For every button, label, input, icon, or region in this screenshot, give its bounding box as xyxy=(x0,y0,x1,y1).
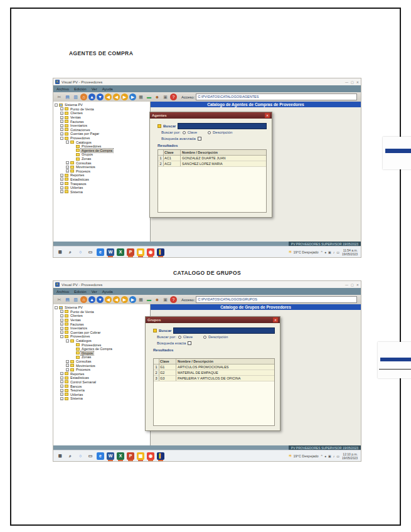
tree-item[interactable]: - Sistema PV xyxy=(53,306,150,310)
tree-item[interactable]: + Procesos xyxy=(53,368,150,372)
user-icon[interactable]: ☻ xyxy=(154,296,161,303)
expander-icon[interactable]: + xyxy=(60,182,63,185)
grid-icon[interactable]: ▦ xyxy=(137,296,144,303)
tree-item[interactable]: + Consultas xyxy=(53,161,150,165)
start-button[interactable]: ⊞ xyxy=(56,248,64,256)
tree-item[interactable]: + Estadísticas xyxy=(53,178,150,182)
save-icon[interactable]: ▬ xyxy=(146,93,152,100)
tree-item[interactable]: - Catálogos xyxy=(53,140,150,144)
home-icon[interactable]: ⌂ xyxy=(80,93,87,100)
expander-icon[interactable]: + xyxy=(60,124,63,127)
tree-item[interactable]: + Control Semanal xyxy=(53,380,150,385)
expander-icon[interactable]: - xyxy=(66,141,69,144)
taskbar-clock[interactable]: 12:10 p.m. 19/05/2023 xyxy=(342,452,358,460)
nav-last-icon[interactable]: ▶ xyxy=(129,296,136,303)
expander-icon[interactable]: - xyxy=(55,104,58,107)
tray-icon[interactable]: ♪ xyxy=(333,250,335,254)
expander-icon[interactable]: + xyxy=(60,128,63,131)
column-clave[interactable]: Clave xyxy=(159,359,176,364)
expander-icon[interactable]: + xyxy=(60,331,63,334)
expander-icon[interactable]: - xyxy=(60,137,63,140)
tree-item[interactable]: + Reportes xyxy=(53,372,150,376)
tree-item[interactable]: + Consultas xyxy=(53,359,150,364)
expander-icon[interactable]: + xyxy=(60,385,63,388)
user-icon[interactable]: ☻ xyxy=(154,93,161,100)
nav-down-icon[interactable]: ▼ xyxy=(97,93,104,100)
search-icon[interactable]: ⌕ xyxy=(67,248,74,256)
word-icon[interactable]: W xyxy=(107,452,114,460)
tree-item[interactable]: + Inventarios xyxy=(53,326,150,331)
tree-item[interactable]: Grupos xyxy=(53,152,150,157)
menu-item[interactable]: Ver xyxy=(92,87,97,91)
tree-item[interactable]: + Tesorería xyxy=(53,388,150,393)
tree-item[interactable]: + Ventas xyxy=(53,115,150,120)
tree-item[interactable]: Zonas xyxy=(53,355,150,359)
expander-icon[interactable]: + xyxy=(60,132,63,136)
expander-icon[interactable]: + xyxy=(60,178,63,181)
tree-item[interactable]: + Ventas xyxy=(53,318,150,322)
tree-item[interactable]: + Clientes xyxy=(53,314,150,318)
copilot-icon[interactable]: ○ xyxy=(77,248,84,256)
tree-item[interactable]: Agentes de Compra xyxy=(53,149,150,153)
cut-icon[interactable]: ✂ xyxy=(56,296,63,303)
taskbar-clock[interactable]: 11:54 a.m. 19/05/2023 xyxy=(342,248,358,256)
nav-last-icon[interactable]: ▶ xyxy=(129,93,136,100)
tray-icon[interactable]: ^ xyxy=(321,250,323,254)
table-row[interactable]: 2 AC2 SANCHEZ LOPEZ MARIA xyxy=(158,161,266,167)
expander-icon[interactable]: + xyxy=(60,327,63,330)
tree-item[interactable]: + Facturas xyxy=(53,322,150,326)
app-icon[interactable]: ▌ xyxy=(157,452,164,460)
menu-item[interactable]: Ayuda xyxy=(102,290,113,294)
print-icon[interactable]: ▣ xyxy=(162,93,169,100)
tree-item[interactable]: + Punto de Venta xyxy=(53,107,150,112)
minimize-button[interactable]: — xyxy=(345,80,348,84)
tray-icon[interactable]: ● xyxy=(324,250,326,254)
radio-clave[interactable] xyxy=(183,131,186,134)
tree-item[interactable]: + Bancos xyxy=(53,384,150,388)
tree-item[interactable]: - Catálogos xyxy=(53,339,150,343)
copy-icon[interactable]: ▤ xyxy=(64,296,71,303)
menu-item[interactable]: Archivo xyxy=(56,290,69,294)
tray-icon[interactable]: ^ xyxy=(321,454,323,458)
nav-up-icon[interactable]: ▲ xyxy=(88,93,95,100)
expander-icon[interactable]: + xyxy=(60,376,63,380)
dialog-close-button[interactable]: ✕ xyxy=(273,317,278,322)
tree-item[interactable]: + Cuentas por Pagar xyxy=(53,132,150,136)
expander-icon[interactable]: + xyxy=(60,393,63,396)
access-field[interactable]: C:\PV\DATOS\CATALOGOS\AGENTES xyxy=(196,93,357,100)
expander-icon[interactable]: + xyxy=(60,190,63,193)
tree-item[interactable]: - Proveedores xyxy=(53,136,150,141)
search-input[interactable] xyxy=(173,327,275,334)
help-icon[interactable]: ? xyxy=(170,93,177,100)
tray-icon[interactable]: ▣ xyxy=(328,454,331,458)
tree-item[interactable]: + Movimientos xyxy=(53,363,150,368)
expander-icon[interactable]: + xyxy=(60,319,63,322)
tray-icon[interactable]: ▭ xyxy=(336,250,339,254)
powerpoint-icon[interactable]: P xyxy=(127,248,134,256)
table-row[interactable]: 1 G1 ARTICULOS PROMOCIONALES xyxy=(154,364,274,370)
menu-item[interactable]: Ayuda xyxy=(102,87,113,91)
start-button[interactable]: ⊞ xyxy=(56,452,64,460)
tree-item[interactable]: + Traspasos xyxy=(53,181,150,186)
expander-icon[interactable]: + xyxy=(66,161,69,164)
search-input[interactable] xyxy=(178,123,267,129)
tree-item[interactable]: + Clientes xyxy=(53,111,150,115)
tree-item[interactable]: + Estadísticas xyxy=(53,376,150,380)
explorer-icon[interactable]: ▦ xyxy=(137,248,144,256)
copy-icon[interactable]: ▤ xyxy=(64,93,71,100)
save-icon[interactable]: ▬ xyxy=(146,296,152,303)
word-icon[interactable]: W xyxy=(107,248,114,256)
menu-item[interactable]: Archivo xyxy=(56,87,69,91)
expander-icon[interactable]: + xyxy=(66,364,69,367)
table-row[interactable]: 1 AC1 GONZALEZ DUARTE JUAN xyxy=(158,156,266,161)
nav-down-icon[interactable]: ▼ xyxy=(97,296,104,303)
maximize-button[interactable]: ▢ xyxy=(351,283,354,287)
tree-item[interactable]: Proveedores xyxy=(53,144,150,149)
help-icon[interactable]: ? xyxy=(170,296,177,303)
tree-item[interactable]: + Punto de Venta xyxy=(53,310,150,314)
radio-descripcion[interactable] xyxy=(203,336,206,339)
expander-icon[interactable]: - xyxy=(55,306,58,309)
tree-item[interactable]: + Inventarios xyxy=(53,124,150,128)
nav-next-icon[interactable]: ▶ xyxy=(121,93,128,100)
table-row[interactable]: 2 G2 MATERIAL DE EMPAQUE xyxy=(154,370,274,376)
